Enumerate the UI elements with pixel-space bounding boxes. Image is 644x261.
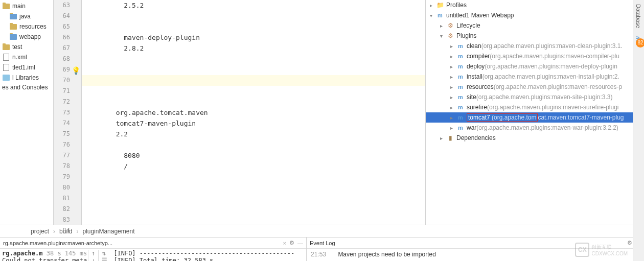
gear-icon[interactable]: ⚙: [289, 240, 294, 246]
minimize-icon[interactable]: —: [297, 240, 303, 246]
maven-plugin-surefire[interactable]: ▸msurefire (org.apache.maven.plugins:mav…: [426, 102, 644, 112]
code-line[interactable]: /: [82, 161, 425, 172]
folder-icon: [2, 43, 10, 51]
tree-item[interactable]: main: [0, 1, 53, 11]
intention-bulb-icon[interactable]: 💡: [72, 65, 80, 76]
maven-profiles[interactable]: ▸📁Profiles: [426, 0, 644, 10]
chevron-right-icon: ▸: [438, 23, 444, 29]
watermark: CX 创新互联CDXWCX.COM: [575, 243, 628, 257]
run-console: rg.apache.maven.plugins:maven-archetyp..…: [0, 238, 307, 261]
database-tab[interactable]: Database: [633, 0, 643, 32]
console-toolbar[interactable]: ↑↓: [88, 250, 98, 261]
tree-item[interactable]: webapp: [0, 32, 53, 42]
code-line[interactable]: [82, 97, 425, 107]
maven-dependencies[interactable]: ▸▮Dependencies: [426, 133, 644, 143]
code-line[interactable]: 2.2: [82, 129, 425, 139]
code-editor[interactable]: 6364656667686970717273747576777879808182…: [54, 0, 425, 225]
plugin-icon: m: [456, 52, 465, 60]
maven-plugin-install[interactable]: ▸minstall (org.apache.maven.plugins:mave…: [426, 72, 644, 82]
gutter[interactable]: 6364656667686970717273747576777879808182…: [54, 0, 82, 225]
code-line[interactable]: [82, 204, 425, 215]
plugin-icon: m: [456, 113, 465, 122]
maven-plugin-deploy[interactable]: ▸mdeploy (org.apache.maven.plugins:maven…: [426, 61, 644, 72]
chevron-right-icon: ▸: [448, 54, 454, 59]
code-line[interactable]: [82, 75, 425, 86]
maven-plugin-resources[interactable]: ▸mresources (org.apache.maven.plugins:ma…: [426, 82, 644, 92]
maven-plugin-clean[interactable]: ▸mclean (org.apache.maven.plugins:maven-…: [426, 41, 644, 51]
code-line[interactable]: [82, 54, 425, 64]
test-tree[interactable]: rg.apache.m 38 s 145 ms Could not transf…: [2, 250, 88, 261]
dependencies-icon: ▮: [446, 134, 454, 142]
chevron-right-icon: ▸: [448, 84, 454, 90]
chevron-right-icon: ▸: [448, 64, 454, 69]
chevron-right-icon: ▸: [448, 115, 454, 121]
maven-plugin-compiler[interactable]: ▸mcompiler (org.apache.maven.plugins:mav…: [426, 51, 644, 61]
right-tool-tabs: Database m 82: [633, 0, 644, 261]
plugins-icon: ⚙: [446, 32, 454, 40]
tree-item[interactable]: test: [0, 42, 53, 52]
code-line[interactable]: [82, 193, 425, 204]
plugin-icon: m: [456, 73, 465, 81]
tree-item[interactable]: l Libraries: [0, 73, 53, 83]
console-output[interactable]: [INFO] ---------------------------------…: [110, 250, 294, 261]
code-line[interactable]: [82, 172, 425, 182]
chevron-right-icon: ▸: [448, 94, 454, 100]
plugin-icon: m: [456, 103, 465, 111]
code-line[interactable]: 2.5.2: [82, 0, 425, 11]
library-icon: [2, 74, 10, 82]
code-line[interactable]: [82, 215, 425, 225]
plugin-icon: m: [456, 83, 465, 91]
code-line[interactable]: [82, 21, 425, 32]
tree-item[interactable]: tled1.iml: [0, 62, 53, 73]
code-line[interactable]: [82, 139, 425, 150]
code-line[interactable]: [82, 11, 425, 21]
tree-item[interactable]: n.xml: [0, 52, 53, 62]
close-tab-icon[interactable]: ×: [283, 240, 286, 246]
code-line[interactable]: [82, 225, 425, 236]
code-line[interactable]: [82, 182, 425, 193]
maven-plugins-node[interactable]: ▾⚙Plugins: [426, 31, 644, 41]
maven-plugin-tomcat7[interactable]: ▸mtomcat7 (org.apache.tomcat.maven:tomca…: [426, 112, 644, 123]
lifecycle-icon: ⚙: [446, 21, 454, 30]
console-tab[interactable]: rg.apache.maven.plugins:maven-archetyp..…: [3, 240, 283, 246]
xml-file-icon: [2, 53, 10, 61]
console-tab-bar: rg.apache.maven.plugins:maven-archetyp..…: [0, 238, 306, 249]
file-icon: [2, 63, 10, 72]
chevron-right-icon: ▸: [428, 3, 434, 8]
tree-item[interactable]: java: [0, 11, 53, 21]
maven-panel[interactable]: ▸📁Profiles ▾muntitled1 Maven Webapp ▸⚙Li…: [425, 0, 644, 225]
maven-plugin-site[interactable]: ▸msite (org.apache.maven.plugins:maven-s…: [426, 92, 644, 102]
maven-lifecycle[interactable]: ▸⚙Lifecycle: [426, 20, 644, 31]
event-time: 21:53: [311, 251, 326, 258]
code-line[interactable]: 8080: [82, 150, 425, 161]
code-line[interactable]: 2.8.2: [82, 43, 425, 54]
chevron-right-icon: ▸: [448, 74, 454, 80]
notification-badge[interactable]: 82: [636, 38, 644, 48]
code-line[interactable]: org.apache.tomcat.maven: [82, 107, 425, 118]
project-tree[interactable]: main java resources webapp test n.xml tl…: [0, 0, 54, 225]
gear-icon[interactable]: ⚙: [627, 240, 632, 246]
code-line[interactable]: [82, 86, 425, 97]
console-toolbar2[interactable]: ⇅☰: [98, 250, 110, 261]
code-line[interactable]: maven-deploy-plugin: [82, 32, 425, 43]
chevron-right-icon: ▸: [448, 43, 454, 49]
folder-icon: [9, 33, 17, 41]
event-message: Maven projects need to be imported: [338, 251, 435, 258]
folder-icon: [9, 12, 17, 20]
chevron-right-icon: ▸: [448, 105, 454, 110]
folder-icon: [9, 22, 17, 31]
tree-item[interactable]: es and Consoles: [0, 83, 53, 92]
plugin-icon: m: [456, 124, 465, 132]
maven-icon: m: [436, 11, 444, 19]
tree-item[interactable]: resources: [0, 21, 53, 32]
code-line[interactable]: [82, 64, 425, 75]
chevron-right-icon: ▸: [448, 125, 454, 131]
maven-plugin-war[interactable]: ▸mwar (org.apache.maven.plugins:maven-wa…: [426, 123, 644, 133]
code-line[interactable]: tomcat7-maven-plugin: [82, 118, 425, 129]
maven-project[interactable]: ▾muntitled1 Maven Webapp: [426, 10, 644, 20]
chevron-down-icon: ▾: [428, 13, 434, 18]
plugin-icon: m: [456, 42, 465, 50]
chevron-right-icon: ▸: [438, 135, 444, 141]
profiles-icon: 📁: [436, 1, 444, 9]
breadcrumb-item[interactable]: project: [31, 228, 49, 235]
